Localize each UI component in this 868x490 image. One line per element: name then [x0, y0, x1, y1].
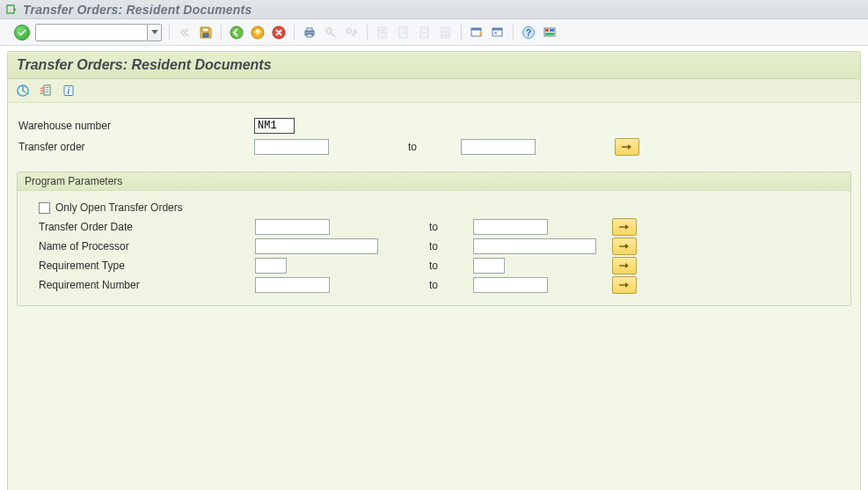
- command-dropdown[interactable]: [148, 24, 162, 41]
- page-header: Transfer Orders: Resident Documents: [8, 52, 860, 79]
- separator: [294, 25, 295, 40]
- layout-icon[interactable]: [490, 25, 506, 40]
- save-icon[interactable]: [198, 25, 214, 40]
- warehouse-number-input[interactable]: [254, 118, 295, 134]
- req_num-multiple-selection-button[interactable]: [612, 276, 637, 294]
- only-open-label: Only Open Transfer Orders: [55, 201, 183, 214]
- command-field[interactable]: [35, 24, 148, 41]
- svg-point-9: [346, 28, 352, 33]
- customize-icon[interactable]: [542, 25, 558, 40]
- page-prev-icon: [396, 25, 412, 40]
- page-next-icon: [417, 25, 433, 40]
- find-next-icon: [344, 25, 360, 40]
- info-icon[interactable]: i: [61, 83, 77, 99]
- req_type-low-input[interactable]: [255, 258, 287, 274]
- transfer-order-low-input[interactable]: [254, 139, 329, 155]
- to-label: to: [429, 221, 473, 233]
- transfer-order-high-input[interactable]: [461, 139, 536, 155]
- req_num-label: Requirement Number: [26, 279, 255, 291]
- separator: [169, 25, 170, 40]
- execute-icon[interactable]: [15, 83, 31, 99]
- separator: [367, 25, 368, 40]
- req_num-low-input[interactable]: [255, 277, 330, 293]
- svg-text:i: i: [68, 86, 70, 96]
- find-icon: [323, 25, 339, 40]
- menu-icon[interactable]: [5, 4, 18, 16]
- selection-screen: Warehouse number Transfer order to Progr…: [8, 103, 860, 490]
- to_date-label: Transfer Order Date: [26, 221, 255, 233]
- row-transfer-order: Transfer order to: [17, 136, 851, 157]
- application-toolbar: i: [8, 79, 860, 103]
- svg-point-8: [326, 27, 332, 33]
- back-chevrons-icon: [177, 25, 193, 40]
- new-session-icon[interactable]: [469, 25, 485, 40]
- req_type-label: Requirement Type: [26, 260, 255, 272]
- enter-button[interactable]: [14, 25, 30, 40]
- multiple-selection-button[interactable]: [615, 138, 639, 156]
- svg-rect-7: [307, 34, 312, 37]
- chevron-down-icon: [151, 30, 158, 34]
- page-last-icon: [438, 25, 454, 40]
- page-panel: Transfer Orders: Resident Documents i Wa…: [7, 51, 861, 490]
- to_date-low-input[interactable]: [255, 219, 330, 235]
- svg-rect-15: [471, 28, 481, 31]
- svg-rect-27: [46, 87, 49, 88]
- window-titlebar: Transfer Orders: Resident Documents: [0, 0, 868, 19]
- svg-rect-6: [307, 28, 312, 31]
- row-to_date: Transfer Order Dateto: [26, 217, 842, 237]
- svg-rect-17: [492, 28, 502, 31]
- processor-high-input[interactable]: [473, 238, 596, 254]
- to-label: to: [408, 141, 461, 153]
- help-icon[interactable]: ?: [521, 25, 536, 40]
- req_type-high-input[interactable]: [473, 258, 505, 274]
- svg-point-2: [230, 26, 243, 39]
- only-open-checkbox[interactable]: [39, 202, 50, 214]
- svg-rect-24: [545, 33, 554, 35]
- to-label: to: [429, 279, 473, 291]
- nav-back-icon[interactable]: [229, 25, 244, 40]
- processor-multiple-selection-button[interactable]: [612, 238, 637, 255]
- req_type-multiple-selection-button[interactable]: [612, 257, 637, 274]
- svg-rect-22: [545, 29, 549, 32]
- page-first-icon: [375, 25, 390, 40]
- svg-rect-18: [494, 32, 497, 34]
- svg-rect-1: [203, 33, 208, 37]
- svg-rect-29: [46, 91, 49, 92]
- nav-exit-icon[interactable]: [250, 25, 266, 40]
- separator: [513, 25, 514, 40]
- row-processor: Name of Processorto: [26, 237, 842, 256]
- separator: [461, 25, 462, 40]
- row-req_num: Requirement Numberto: [26, 275, 842, 295]
- program-parameters-group: Program Parameters Only Open Transfer Or…: [17, 172, 851, 306]
- page-title: Transfer Orders: Resident Documents: [17, 57, 851, 73]
- program-parameters-body: Only Open Transfer Orders Transfer Order…: [18, 191, 850, 305]
- svg-rect-0: [202, 28, 208, 32]
- req_num-high-input[interactable]: [473, 277, 548, 293]
- to-label: to: [429, 240, 473, 252]
- warehouse-number-label: Warehouse number: [17, 120, 254, 132]
- to_date-multiple-selection-button[interactable]: [612, 218, 637, 236]
- standard-toolbar: ?: [0, 19, 868, 46]
- svg-rect-28: [46, 90, 49, 91]
- row-req_type: Requirement Typeto: [26, 256, 842, 275]
- to_date-high-input[interactable]: [473, 219, 548, 235]
- transfer-order-label: Transfer order: [17, 141, 254, 153]
- row-warehouse-number: Warehouse number: [17, 115, 851, 136]
- print-icon[interactable]: [302, 25, 317, 40]
- processor-label: Name of Processor: [26, 240, 255, 252]
- separator: [221, 25, 222, 40]
- row-only-open: Only Open Transfer Orders: [26, 198, 842, 217]
- page-wrap: Transfer Orders: Resident Documents i Wa…: [0, 46, 868, 490]
- to-label: to: [429, 260, 473, 272]
- window-title: Transfer Orders: Resident Documents: [23, 3, 252, 17]
- svg-rect-23: [550, 29, 554, 32]
- nav-cancel-icon[interactable]: [271, 25, 287, 40]
- svg-text:?: ?: [526, 28, 531, 38]
- get-variant-icon[interactable]: [38, 83, 54, 99]
- program-parameters-title: Program Parameters: [18, 172, 850, 191]
- processor-low-input[interactable]: [255, 238, 378, 254]
